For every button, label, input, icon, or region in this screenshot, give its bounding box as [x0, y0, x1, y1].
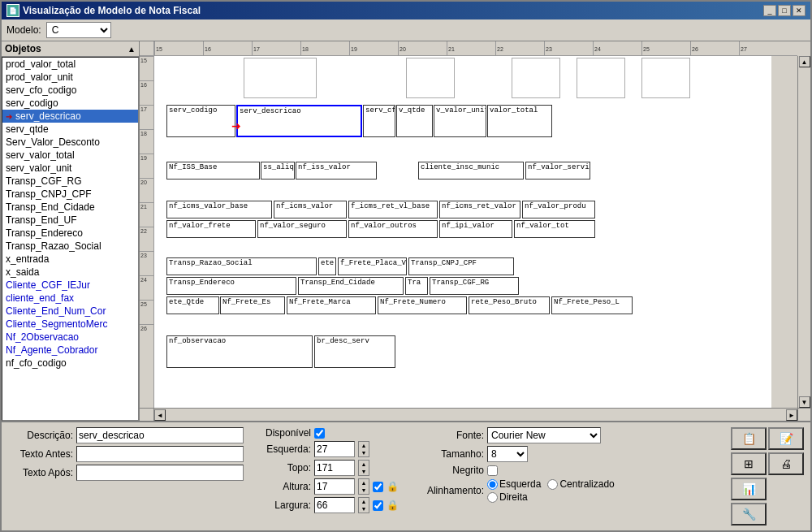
sidebar-item-transp-razao[interactable]: Transp_Razao_Social [2, 240, 138, 253]
sidebar-item-nf-cfo[interactable]: nf_cfo_codigo [2, 357, 138, 370]
field-nf-iss-base[interactable]: Nf_ISS_Base [166, 162, 260, 179]
field-rete-peso-bruto[interactable]: rete_Peso_Bruto [469, 296, 550, 314]
largura-lock-checkbox[interactable] [373, 500, 383, 511]
largura-up[interactable]: ▲ [359, 498, 369, 505]
field-nf-valor-tot[interactable]: nf_valor_tot [514, 220, 595, 238]
alinhamento-direita-radio[interactable] [487, 492, 498, 503]
texto-apos-input[interactable] [76, 465, 244, 481]
fonte-select[interactable]: Courier New Arial Times New Roman [487, 427, 601, 443]
vertical-scrollbar[interactable]: ▲ ▼ [797, 56, 810, 408]
sidebar-item-transp-end-cidade[interactable]: Transp_End_Cidade [2, 201, 138, 214]
maximize-button[interactable]: □ [778, 5, 791, 16]
sidebar-item-prod-valor-unit[interactable]: prod_valor_unit [2, 71, 138, 84]
field-ete-qtde[interactable]: ete_Qtde [166, 296, 219, 314]
field-nf-frete-es[interactable]: Nf_Frete_Es [220, 296, 285, 314]
field-nf-icms-ret-valor[interactable]: nf_icms_ret_valor [439, 201, 520, 218]
canvas-scroll-area[interactable]: serv_codigo serv_descricao serv_cfc v_qt… [154, 56, 797, 408]
altura-input[interactable] [314, 478, 355, 495]
field-nf-observacao[interactable]: nf_observacao [166, 335, 313, 368]
minimize-button[interactable]: _ [763, 5, 776, 16]
altura-down[interactable]: ▼ [359, 487, 369, 494]
field-nf-frete-peso-l[interactable]: Nf_Frete_Peso_L [551, 296, 633, 314]
largura-spinner[interactable]: ▲ ▼ [358, 497, 369, 513]
sidebar-item-serv-descricao[interactable]: ➔ serv_descricao [2, 110, 138, 123]
field-v-valor-unit[interactable]: v_valor_unit [434, 105, 486, 137]
action-btn-copy[interactable]: 📋 [731, 427, 767, 450]
sidebar-item-cliente-fax[interactable]: cliente_end_fax [2, 292, 138, 305]
scroll-left-btn[interactable]: ◄ [154, 409, 166, 421]
sidebar-item-serv-valor-unit[interactable]: serv_valor_unit [2, 162, 138, 175]
field-nf-iss-valor[interactable]: nf_iss_valor [296, 162, 377, 179]
action-btn-chart[interactable]: 📊 [731, 478, 767, 500]
action-btn-grid[interactable]: ⊞ [731, 452, 767, 475]
field-nf-valor-outros[interactable]: nf_valor_outros [348, 220, 438, 238]
field-nf-frete-marca[interactable]: Nf_Frete_Marca [287, 296, 376, 314]
largura-input[interactable] [314, 497, 355, 513]
topo-down[interactable]: ▼ [359, 468, 369, 475]
scroll-down-btn[interactable]: ▼ [799, 396, 810, 408]
field-nf-icms-base[interactable]: nf_icms_valor_base [166, 201, 272, 218]
objects-list[interactable]: prod_valor_total prod_valor_unit serv_cf… [2, 57, 139, 421]
field-valor-total[interactable]: valor_total [487, 105, 552, 137]
sidebar-item-serv-valor-total[interactable]: serv_valor_total [2, 149, 138, 162]
esquerda-up[interactable]: ▲ [359, 442, 369, 449]
field-serv-descricao[interactable]: serv_descricao [236, 105, 362, 137]
disponivel-checkbox[interactable] [314, 428, 325, 439]
topo-spinner[interactable]: ▲ ▼ [358, 460, 369, 476]
field-serv-cfo[interactable]: serv_cfc [363, 105, 395, 137]
field-nf-valor-produ[interactable]: nf_valor_produ [522, 201, 595, 218]
field-f-frete-placa[interactable]: f_Frete_Placa_Ve [338, 257, 407, 275]
alinhamento-direita-label[interactable]: Direita [487, 491, 615, 503]
esquerda-input[interactable] [314, 441, 355, 457]
scroll-right-btn[interactable]: ► [786, 409, 797, 421]
field-nf-ipi-valor[interactable]: nf_ipi_valor [439, 220, 512, 238]
altura-up[interactable]: ▲ [359, 479, 369, 487]
modelo-select[interactable]: C [46, 22, 111, 38]
field-nf-valor-seguro[interactable]: nf_valor_seguro [257, 220, 347, 238]
field-serv-codigo[interactable]: serv_codigo [166, 105, 235, 137]
altura-lock-checkbox[interactable] [373, 482, 383, 492]
alinhamento-esquerda-label[interactable]: Esquerda [487, 478, 541, 490]
texto-antes-input[interactable] [76, 446, 244, 462]
field-ete[interactable]: ete [318, 257, 336, 275]
sidebar-item-serv-qtde[interactable]: serv_qtde [2, 123, 138, 136]
sidebar-item-cliente-end-num[interactable]: Cliente_End_Num_Cor [2, 305, 138, 318]
field-transp-end-cidade[interactable]: Transp_End_Cidade [298, 277, 404, 295]
scroll-up-icon[interactable]: ▲ [127, 45, 136, 54]
sidebar-item-nf-agente[interactable]: Nf_Agente_Cobrador [2, 344, 138, 357]
esquerda-down[interactable]: ▼ [359, 449, 369, 456]
action-btn-edit[interactable]: 📝 [768, 427, 804, 450]
sidebar-item-serv-codigo[interactable]: serv_codigo [2, 97, 138, 110]
field-br-desc-serv[interactable]: br_desc_serv [314, 335, 395, 368]
alinhamento-centralizado-label[interactable]: Centralizado [547, 478, 614, 490]
sidebar-item-prod-valor-total[interactable]: prod_valor_total [2, 58, 138, 71]
sidebar-item-cliente-cgf[interactable]: Cliente_CGF_IEJur [2, 279, 138, 292]
descricao-input[interactable] [76, 427, 244, 443]
esquerda-spinner[interactable]: ▲ ▼ [358, 441, 369, 457]
field-nf-frete-numero[interactable]: Nf_Frete_Numero [378, 296, 467, 314]
sidebar-item-nf-2obs[interactable]: Nf_2Observacao [2, 331, 138, 344]
field-nf-valor-servi[interactable]: nf_valor_servi [525, 162, 590, 179]
sidebar-item-transp-cgf-rg[interactable]: Transp_CGF_RG [2, 175, 138, 188]
field-transp-endereco[interactable]: Transp_Endereco [166, 277, 296, 295]
sidebar-item-cliente-seg[interactable]: Cliente_SegmentoMerc [2, 318, 138, 331]
sidebar-item-x-saida[interactable]: x_saida [2, 266, 138, 279]
action-btn-settings[interactable]: 🔧 [731, 503, 767, 526]
field-v-qtde[interactable]: v_qtde [396, 105, 433, 137]
tamanho-select[interactable]: 8 9 10 12 [487, 446, 528, 462]
alinhamento-centralizado-radio[interactable] [547, 479, 558, 490]
sidebar-item-x-entrada[interactable]: x_entrada [2, 253, 138, 266]
topo-input[interactable] [314, 460, 355, 476]
field-nf-icms-valor[interactable]: nf_icms_valor [274, 201, 347, 218]
negrito-checkbox[interactable] [487, 465, 498, 476]
sidebar-item-serv-cfo-codigo[interactable]: serv_cfo_codigo [2, 84, 138, 97]
sidebar-item-transp-endereco[interactable]: Transp_Endereco [2, 227, 138, 240]
sidebar-item-serv-valor-desconto[interactable]: Serv_Valor_Desconto [2, 136, 138, 149]
field-transp-cgf-rg[interactable]: Transp_CGF_RG [430, 277, 519, 295]
field-transp-cnpj[interactable]: Transp_CNPJ_CPF [408, 257, 514, 275]
field-ss-aliq[interactable]: ss_aliq [261, 162, 295, 179]
field-transp-razao[interactable]: Transp_Razao_Social [166, 257, 317, 275]
sidebar-item-transp-cnpj-cpf[interactable]: Transp_CNPJ_CPF [2, 188, 138, 201]
alinhamento-esquerda-radio[interactable] [487, 479, 498, 490]
field-f-icms-ret-vl[interactable]: f_icms_ret_vl_base [348, 201, 438, 218]
